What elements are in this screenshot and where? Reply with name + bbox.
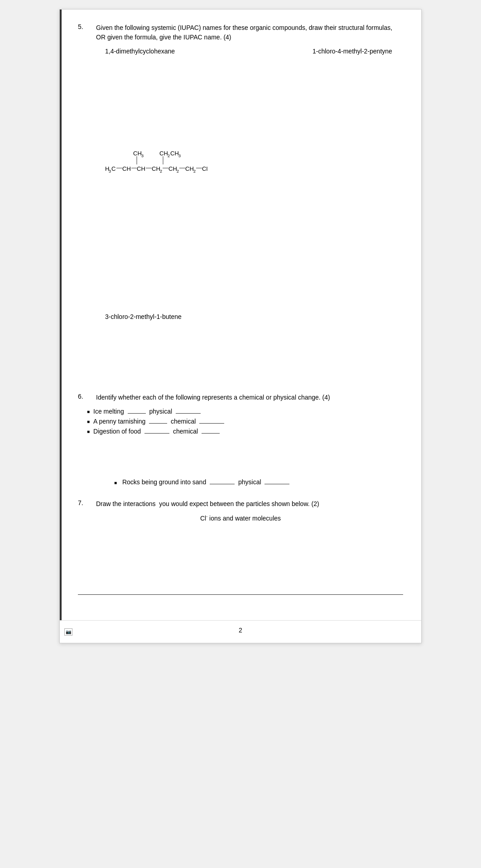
compound-names-row: 1,4-dimethylcyclohexane 1-chloro-4-methy…	[105, 48, 403, 55]
q7-text: Draw the interactions you would expect b…	[96, 499, 403, 509]
q5-text: Given the following systemic (IUPAC) nam…	[96, 23, 403, 42]
page-bottom-line	[78, 594, 403, 595]
ch-2: CH	[137, 165, 145, 172]
ch2-3-sub: 2	[193, 169, 196, 174]
q6-header: 6. Identify whether each of the followin…	[78, 393, 403, 402]
h3c-c: C	[111, 165, 115, 172]
structural-formula: CH 3 CH 2 CH 3 H 3 C CH	[105, 150, 403, 186]
ch2-2-sub: 2	[177, 169, 179, 174]
q6-text: Identify whether each of the following r…	[96, 393, 403, 402]
q5-header: 5. Given the following systemic (IUPAC) …	[78, 23, 403, 42]
bullet-4-char: ■	[114, 480, 117, 485]
iupac-name: 3-chloro-2-methyl-1-butene	[105, 313, 403, 320]
blank-1a	[128, 413, 146, 414]
image-placeholder-icon: 📷	[64, 628, 72, 636]
blank-draw-area	[78, 186, 403, 295]
rocks-item: ■ Rocks being ground into sand physical	[114, 478, 403, 486]
cl-label: Cl	[202, 165, 207, 172]
blank-2b	[199, 423, 224, 424]
page: 5. Given the following systemic (IUPAC) …	[59, 9, 422, 643]
student-draw-space	[78, 334, 403, 379]
compound2-name: 1-chloro-4-methyl-2-pentyne	[313, 48, 403, 55]
q7-draw-area	[78, 526, 403, 581]
page-number: 2	[239, 627, 242, 634]
structural-svg: CH 3 CH 2 CH 3 H 3 C CH	[105, 150, 250, 182]
compound1-name: 1,4-dimethylcyclohexane	[105, 48, 196, 55]
ch3-right: CH	[170, 150, 179, 157]
ch2ch3-sub: 2	[168, 154, 170, 158]
blank-3b	[202, 433, 220, 434]
question-6: 6. Identify whether each of the followin…	[78, 393, 403, 486]
bullet-item-2: ■ A penny tarnishing chemical	[87, 418, 403, 425]
q7-header: 7. Draw the interactions you would expec…	[78, 499, 403, 509]
ch3-sub: 3	[141, 154, 144, 158]
blank-4a	[210, 484, 235, 484]
blank-2a	[149, 423, 167, 424]
bullet-item-1: ■ Ice melting physical	[87, 408, 403, 415]
bullet-3-text: Digestion of food chemical	[93, 428, 221, 435]
bullet-1-text: Ice melting physical	[93, 408, 202, 415]
ch3-right-sub: 3	[178, 154, 181, 158]
bullet-item-3: ■ Digestion of food chemical	[87, 428, 403, 435]
question-7: 7. Draw the interactions you would expec…	[78, 499, 403, 581]
q6-number: 6.	[78, 393, 96, 400]
ch3-label: CH	[133, 150, 142, 157]
ch-1: CH	[122, 165, 131, 172]
blank-3a	[144, 433, 169, 434]
q7-number: 7.	[78, 499, 96, 506]
bullet-3-char: ■	[87, 429, 90, 434]
q7-subtext: Cl- ions and water molecules	[78, 514, 403, 522]
q6-space	[78, 438, 403, 474]
left-border	[60, 10, 62, 643]
ch2-1-sub: 2	[160, 169, 162, 174]
blank-1b	[176, 413, 201, 414]
blank-4b	[265, 484, 289, 484]
ch2-1: CH	[152, 165, 160, 172]
bullet-2-char: ■	[87, 419, 90, 424]
question-5: 5. Given the following systemic (IUPAC) …	[78, 23, 403, 379]
h3c-sub: 3	[109, 169, 111, 174]
ch2-2: CH	[168, 165, 177, 172]
bullet-2-text: A penny tarnishing chemical	[93, 418, 226, 425]
bullet-1-char: ■	[87, 409, 90, 414]
draw-area-q5	[105, 59, 403, 141]
ch2-3: CH	[185, 165, 194, 172]
q5-number: 5.	[78, 23, 96, 30]
ch2ch3-label: CH	[159, 150, 168, 157]
